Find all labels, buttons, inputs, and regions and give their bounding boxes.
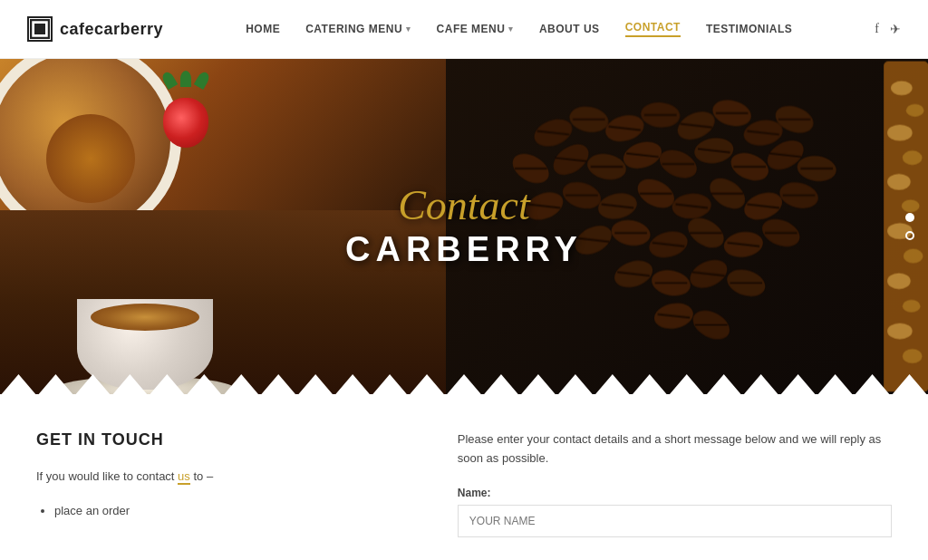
- svg-point-88: [902, 349, 922, 363]
- logo-svg: [30, 19, 50, 39]
- hero-subtitle: Contact: [345, 185, 583, 227]
- content-area: GET IN TOUCH If you would like to contac…: [0, 394, 928, 555]
- svg-point-77: [891, 81, 913, 95]
- intro-text-after: to –: [190, 469, 213, 483]
- coffee-cup-bottom: [54, 240, 236, 394]
- svg-point-86: [902, 300, 920, 313]
- svg-point-81: [887, 174, 911, 190]
- logo-icon: [27, 16, 53, 42]
- strawberry-decoration: [159, 84, 213, 148]
- section-title: GET IN TOUCH: [36, 430, 421, 449]
- intro-paragraph: If you would like to contact us to –: [36, 468, 421, 487]
- page-wrapper: cafecarberry HOME CATERING MENU ▾ CAFE M…: [0, 0, 928, 560]
- strawberry-body: [163, 98, 208, 148]
- slider-dots: [905, 213, 914, 240]
- svg-point-79: [887, 125, 913, 141]
- nav-testimonials[interactable]: TESTIMONIALS: [706, 23, 792, 35]
- cup-body: [77, 299, 213, 390]
- nav-cafe-menu[interactable]: CAFE MENU ▾: [437, 23, 514, 35]
- intro-text-before: If you would like to contact: [36, 469, 178, 483]
- svg-point-87: [887, 323, 913, 339]
- svg-point-82: [901, 199, 919, 212]
- us-link[interactable]: us: [178, 469, 190, 485]
- svg-point-78: [905, 104, 923, 117]
- nav-home[interactable]: HOME: [246, 23, 280, 35]
- svg-rect-0: [31, 20, 49, 38]
- main-nav: HOME CATERING MENU ▾ CAFE MENU ▾ ABOUT U…: [246, 21, 792, 37]
- tripadvisor-icon[interactable]: ✈: [890, 22, 901, 37]
- name-label: Name:: [458, 487, 892, 499]
- social-links: f ✈: [875, 22, 901, 37]
- list-item: place an order: [54, 500, 421, 521]
- contact-reasons-list: place an order: [36, 500, 421, 521]
- slider-dot-2[interactable]: [905, 231, 914, 240]
- logo-text: cafecarberry: [60, 20, 163, 39]
- header: cafecarberry HOME CATERING MENU ▾ CAFE M…: [0, 0, 928, 59]
- contact-left-section: GET IN TOUCH If you would like to contac…: [36, 430, 421, 537]
- leaf: [160, 70, 178, 90]
- cup-inner: [91, 304, 199, 331]
- hero-section: Contact CARBERRY: [0, 59, 928, 394]
- chevron-down-icon: ▾: [508, 24, 514, 34]
- slider-dot-1[interactable]: [905, 213, 914, 222]
- facebook-icon[interactable]: f: [875, 22, 879, 36]
- logo[interactable]: cafecarberry: [27, 16, 163, 42]
- svg-point-85: [887, 273, 911, 289]
- hero-text: Contact CARBERRY: [345, 185, 583, 269]
- hero-title: CARBERRY: [345, 230, 583, 269]
- nav-catering-menu[interactable]: CATERING MENU ▾: [305, 23, 411, 35]
- nav-about-us[interactable]: ABOUT US: [539, 23, 600, 35]
- leaf: [180, 71, 191, 87]
- chevron-down-icon: ▾: [406, 24, 411, 34]
- svg-rect-1: [35, 24, 44, 34]
- nav-contact[interactable]: CONTACT: [625, 21, 681, 37]
- strawberry-leaf: [168, 71, 204, 87]
- leaf: [194, 70, 211, 90]
- contact-form-section: Please enter your contact details and a …: [458, 430, 892, 537]
- name-input[interactable]: [458, 505, 892, 537]
- svg-point-80: [902, 150, 922, 165]
- svg-point-84: [903, 249, 923, 264]
- form-intro-text: Please enter your contact details and a …: [458, 430, 892, 468]
